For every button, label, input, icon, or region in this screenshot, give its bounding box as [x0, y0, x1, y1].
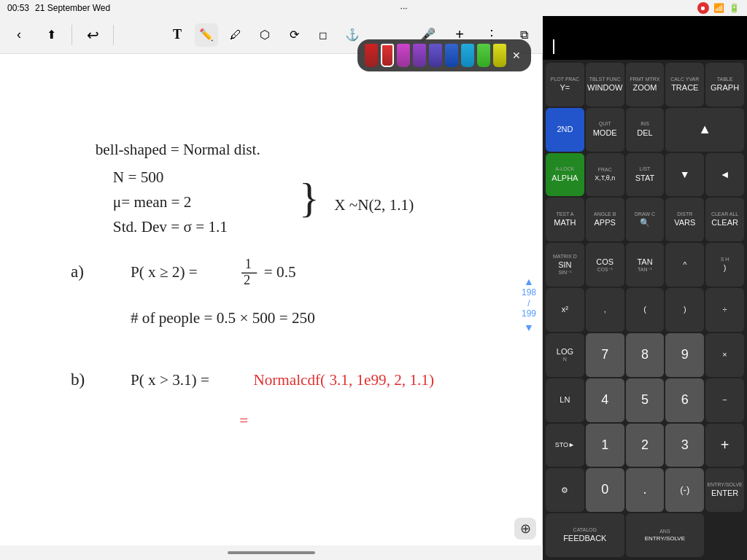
text-tool[interactable]: T	[166, 23, 189, 47]
shape-tool[interactable]: ⬡	[253, 23, 276, 47]
color-red-1[interactable]	[365, 44, 378, 67]
calc-search[interactable]: DRAW C 🔍	[626, 198, 665, 241]
calc-ln[interactable]: LN	[546, 378, 584, 422]
calc-log[interactable]: LOG N	[546, 333, 584, 377]
calc-trace[interactable]: CALC YVAR TRACE	[665, 63, 704, 106]
handwriting-svg: bell-shaped = Normal dist. N = 500 μ= me…	[0, 54, 542, 545]
calc-del[interactable]: INS DEL	[626, 108, 665, 152]
zoom-button[interactable]: ⊕	[514, 518, 536, 540]
calc-ans[interactable]: ANS ENTRY/SOLVE	[626, 513, 705, 557]
status-more: ···	[400, 3, 408, 13]
svg-text:a): a)	[71, 262, 84, 281]
calc-open-paren[interactable]: (	[626, 288, 665, 332]
calc-6[interactable]: 6	[665, 378, 704, 422]
calc-plus[interactable]: +	[705, 424, 744, 467]
calc-window-top: TBLST FUNC	[589, 77, 621, 82]
lasso-tool[interactable]: ⟳	[282, 23, 306, 47]
calc-neg[interactable]: (-)	[665, 468, 704, 512]
calc-4[interactable]: 4	[586, 378, 624, 422]
calc-apps[interactable]: ANGLE B APPS	[586, 198, 624, 241]
color-cyan[interactable]	[461, 44, 474, 67]
divider2	[113, 25, 114, 45]
calc-8[interactable]: 8	[626, 333, 665, 377]
svg-text:Std. Dev =  σ = 1.1: Std. Dev = σ = 1.1	[113, 218, 228, 236]
svg-text:Normalcdf( 3.1, 1e99, 2, 1.1): Normalcdf( 3.1, 1e99, 2, 1.1)	[253, 371, 434, 389]
back-button[interactable]: ‹	[7, 23, 31, 47]
calc-settings[interactable]: ⚙	[546, 468, 584, 512]
calc-math[interactable]: TEST A MATH	[546, 198, 584, 241]
share-button[interactable]: ⬆	[39, 23, 63, 47]
calc-caret[interactable]: ^	[665, 243, 704, 287]
calc-screen[interactable]	[543, 16, 747, 60]
calc-graph[interactable]: TABLE GRAPH	[705, 63, 744, 106]
calc-y-equals[interactable]: PLOT FRAC Y=	[546, 63, 584, 106]
pen-tool[interactable]: ✏️	[195, 23, 218, 47]
color-blue[interactable]	[445, 44, 458, 67]
color-picker-bar: ✕	[357, 39, 531, 71]
calc-0[interactable]: 0	[586, 468, 624, 512]
calc-7[interactable]: 7	[586, 333, 624, 377]
calc-window[interactable]: TBLST FUNC WINDOW	[586, 63, 624, 106]
svg-text:= 0.5: = 0.5	[264, 263, 296, 281]
color-yellow[interactable]	[493, 44, 506, 67]
calc-x-squared[interactable]: x²	[546, 288, 584, 332]
svg-text:P( x ≥ 2) =: P( x ≥ 2) =	[131, 263, 198, 281]
calc-x-t-theta[interactable]: FRAC X,T,θ,n	[586, 153, 624, 197]
scroll-up[interactable]: ▲	[522, 276, 536, 288]
calc-vars[interactable]: DISTR VARS	[665, 198, 704, 241]
status-bar-center: ···	[400, 3, 408, 13]
calc-2nd[interactable]: 2ND	[546, 108, 584, 152]
calc-stat[interactable]: LIST STAT	[626, 153, 665, 197]
calc-graph-top: TABLE	[717, 77, 733, 82]
calc-divide[interactable]: ÷	[705, 288, 744, 332]
status-time: 00:53	[7, 3, 29, 13]
calc-close-paren2[interactable]: )	[665, 288, 704, 332]
highlighter-tool[interactable]: 🖊	[224, 23, 247, 47]
svg-text:=: =	[239, 412, 248, 429]
toolbar-left: ‹ ⬆	[7, 23, 63, 47]
calc-cos[interactable]: COS COS⁻¹	[586, 243, 624, 287]
color-red-2[interactable]	[381, 44, 394, 67]
home-indicator	[228, 551, 315, 554]
divider	[71, 25, 72, 45]
calc-1[interactable]: 1	[586, 424, 624, 467]
calc-2[interactable]: 2	[626, 424, 665, 467]
color-pink[interactable]	[397, 44, 410, 67]
calc-zoom[interactable]: FRMT MTRX ZOOM	[626, 63, 665, 106]
svg-text:# of people = 0.5 × 500 = 250: # of people = 0.5 × 500 = 250	[131, 309, 315, 327]
calc-feedback[interactable]: CATALOG FEEDBACK	[546, 513, 624, 557]
color-blue-purple[interactable]	[429, 44, 442, 67]
undo-button[interactable]: ↩	[81, 23, 104, 47]
svg-text:bell-shaped = Normal  dist.: bell-shaped = Normal dist.	[96, 141, 260, 158]
status-bar-left: 00:53 21 September Wed	[7, 3, 110, 13]
calc-tan[interactable]: TAN TAN⁻¹	[626, 243, 665, 287]
calc-enter[interactable]: ENTRY/SOLVE ENTER	[705, 468, 744, 512]
svg-text:}: }	[299, 175, 320, 221]
color-picker-close[interactable]: ✕	[509, 48, 524, 63]
calc-comma[interactable]: ,	[586, 288, 624, 332]
calc-multiply[interactable]: ×	[705, 333, 744, 377]
calc-up[interactable]: ▲	[665, 108, 744, 152]
color-green[interactable]	[477, 44, 490, 67]
calc-sto[interactable]: STO►	[546, 424, 584, 467]
calc-decimal[interactable]: .	[626, 468, 665, 512]
calc-9[interactable]: 9	[665, 333, 704, 377]
calc-sin[interactable]: MATRIX D SIN SIN⁻¹	[546, 243, 584, 287]
calc-left[interactable]: ◄	[705, 153, 744, 197]
eraser-tool[interactable]: ◻	[311, 23, 335, 47]
calc-buttons: PLOT FRAC Y= TBLST FUNC WINDOW FRMT MTRX…	[543, 60, 747, 560]
scroll-down[interactable]: ▼	[522, 322, 536, 334]
calc-5[interactable]: 5	[626, 378, 665, 422]
calc-y-top: PLOT FRAC	[551, 77, 579, 82]
svg-text:X  ~N(2, 1.1): X ~N(2, 1.1)	[334, 196, 414, 214]
calc-alpha[interactable]: A-LOCK ALPHA	[546, 153, 584, 197]
calc-3[interactable]: 3	[665, 424, 704, 467]
svg-text:P( x > 3.1) =: P( x > 3.1) =	[131, 371, 209, 389]
color-purple[interactable]	[413, 44, 426, 67]
writing-area[interactable]: bell-shaped = Normal dist. N = 500 μ= me…	[0, 54, 543, 545]
calc-down[interactable]: ▼	[665, 153, 704, 197]
calc-close-paren[interactable]: S H )	[705, 243, 744, 287]
calc-clear[interactable]: CLEAR ALL CLEAR	[705, 198, 744, 241]
calc-mode[interactable]: QUIT MODE	[586, 108, 624, 152]
calc-minus[interactable]: −	[705, 378, 744, 422]
